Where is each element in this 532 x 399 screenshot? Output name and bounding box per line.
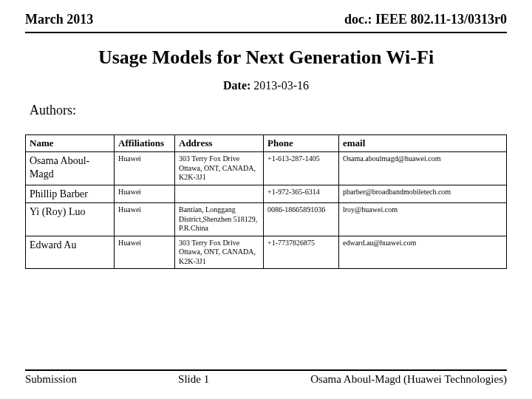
cell-phone: +1-613-287-1405 (264, 152, 339, 185)
cell-phone: +1-972-365-6314 (264, 185, 339, 203)
doc-header: March 2013 doc.: IEEE 802.11-13/0313r0 (0, 0, 532, 30)
cell-affiliation: Huawei (115, 152, 175, 185)
date-value: 2013-03-16 (253, 79, 309, 92)
col-affiliations: Affiliations (115, 135, 175, 152)
cell-phone: 0086-18665891036 (264, 203, 339, 236)
table-row: Osama Aboul-Magd Huawei 303 Terry Fox Dr… (26, 152, 507, 185)
table-row: Yi (Roy) Luo Huawei Bantian, Longgang Di… (26, 203, 507, 236)
table-body: Osama Aboul-Magd Huawei 303 Terry Fox Dr… (26, 152, 507, 269)
header-date: March 2013 (25, 12, 93, 27)
cell-address: 303 Terry Fox Drive Ottawa, ONT, CANADA,… (175, 152, 264, 185)
cell-affiliation: Huawei (115, 236, 175, 269)
cell-email: pbarber@broadbandmobiletech.com (339, 185, 507, 203)
footer-center: Slide 1 (178, 373, 209, 386)
footer-left: Submission (25, 373, 77, 386)
cell-name: Osama Aboul-Magd (26, 152, 115, 185)
authors-table-wrap: Name Affiliations Address Phone email Os… (25, 134, 507, 269)
footer-rule (25, 369, 507, 371)
col-name: Name (26, 135, 115, 152)
cell-name: Phillip Barber (26, 185, 115, 203)
cell-email: lroy@huawei.com (339, 203, 507, 236)
authors-table: Name Affiliations Address Phone email Os… (25, 134, 507, 269)
date-label: Date: (223, 79, 250, 92)
table-row: Phillip Barber Huawei +1-972-365-6314 pb… (26, 185, 507, 203)
footer-right: Osama Aboul-Magd (Huawei Technologies) (310, 373, 507, 386)
cell-email: Osama.aboulmagd@huawei.com (339, 152, 507, 185)
cell-address: 303 Terry Fox Drive Ottawa, ONT, CANADA,… (175, 236, 264, 269)
cell-name: Edward Au (26, 236, 115, 269)
col-address: Address (175, 135, 264, 152)
header-rule (25, 32, 507, 33)
authors-label: Authors: (30, 103, 532, 118)
cell-name: Yi (Roy) Luo (26, 203, 115, 236)
cell-affiliation: Huawei (115, 185, 175, 203)
col-phone: Phone (264, 135, 339, 152)
cell-email: edward.au@huawei.com (339, 236, 507, 269)
header-doc-id: doc.: IEEE 802.11-13/0313r0 (344, 12, 507, 27)
cell-address: Bantian, Longgang District,Shenzhen 5181… (175, 203, 264, 236)
cell-affiliation: Huawei (115, 203, 175, 236)
cell-phone: +1-7737826875 (264, 236, 339, 269)
cell-address (175, 185, 264, 203)
table-row: Edward Au Huawei 303 Terry Fox Drive Ott… (26, 236, 507, 269)
doc-footer: Submission Slide 1 Osama Aboul-Magd (Hua… (25, 369, 507, 386)
col-email: email (339, 135, 507, 152)
date-line: Date: 2013-03-16 (0, 79, 532, 92)
table-header-row: Name Affiliations Address Phone email (26, 135, 507, 152)
page-title: Usage Models for Next Generation Wi-Fi (0, 47, 532, 69)
